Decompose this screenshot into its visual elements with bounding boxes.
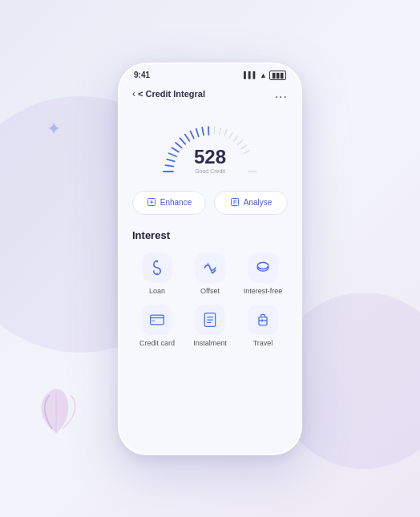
interest-free-label: Interest-free [244, 287, 283, 295]
leaf-decoration [32, 381, 80, 437]
svg-line-32 [202, 127, 204, 135]
svg-line-15 [224, 130, 227, 135]
svg-line-18 [238, 140, 243, 145]
interest-section: Interest Loan [119, 226, 301, 355]
page-title: < Credit Integral [138, 89, 205, 99]
travel-label: Travel [253, 339, 273, 347]
svg-line-24 [167, 159, 175, 161]
interest-free-icon-wrap [248, 252, 278, 283]
svg-line-14 [220, 127, 221, 134]
credit-card-label: Credit card [139, 339, 175, 347]
instalment-item[interactable]: Instalment [185, 305, 235, 347]
travel-item[interactable]: Travel [238, 305, 288, 347]
svg-line-28 [180, 138, 186, 143]
back-button[interactable]: ‹ < Credit Integral [132, 88, 205, 99]
gauge-container: 528 Good Credit [154, 114, 266, 178]
svg-line-31 [196, 128, 199, 136]
svg-text:528: 528 [194, 146, 226, 168]
svg-line-19 [241, 145, 246, 149]
analyse-button[interactable]: Analyse [214, 191, 288, 215]
enhance-button[interactable]: Enhance [132, 191, 206, 215]
svg-line-29 [185, 134, 190, 140]
header: ‹ < Credit Integral ... [119, 83, 301, 107]
offset-label: Offset [200, 287, 220, 295]
svg-line-25 [169, 153, 176, 156]
interest-free-item[interactable]: Interest-free [238, 252, 288, 295]
travel-icon-wrap [248, 305, 278, 335]
svg-rect-51 [151, 320, 155, 322]
svg-point-43 [207, 262, 209, 265]
svg-rect-56 [259, 317, 267, 325]
loan-label: Loan [149, 287, 165, 295]
credit-card-item[interactable]: Credit card [132, 305, 182, 347]
instalment-label: Instalment [193, 339, 227, 347]
loan-icon-wrap [142, 252, 172, 283]
loan-item[interactable]: Loan [132, 252, 182, 295]
enhance-label: Enhance [160, 198, 192, 207]
wifi-icon: ▲ [260, 71, 267, 79]
analyse-icon [230, 197, 240, 208]
svg-line-13 [214, 127, 215, 133]
instalment-icon-wrap [195, 305, 225, 335]
action-buttons: Enhance Analyse [119, 191, 301, 226]
svg-line-26 [172, 147, 179, 151]
status-time: 9:41 [134, 71, 150, 79]
credit-card-icon-wrap [142, 305, 172, 335]
signal-icon: ▌▌▌ [244, 71, 257, 79]
svg-line-30 [190, 131, 193, 138]
gauge-svg: 528 Good Credit [154, 114, 266, 178]
svg-line-16 [229, 132, 232, 138]
sparkle-decoration: ✦ [46, 119, 61, 139]
analyse-label: Analyse [244, 198, 273, 207]
status-bar: 9:41 ▌▌▌ ▲ ▮▮▮ [119, 64, 301, 83]
svg-line-23 [166, 165, 174, 166]
svg-line-17 [234, 135, 238, 140]
battery-icon: ▮▮▮ [269, 71, 286, 80]
svg-line-27 [176, 143, 182, 147]
more-button[interactable]: ... [275, 87, 288, 101]
phone-frame: 9:41 ▌▌▌ ▲ ▮▮▮ ‹ < Credit Integral ... [118, 63, 302, 455]
offset-item[interactable]: Offset [185, 252, 235, 295]
gauge-section: 528 Good Credit [119, 107, 301, 191]
svg-line-20 [244, 150, 249, 153]
interest-grid: Loan Offset [132, 252, 288, 347]
enhance-icon [147, 197, 156, 208]
interest-title: Interest [132, 229, 288, 241]
offset-icon-wrap [195, 252, 225, 283]
back-icon: ‹ [132, 88, 135, 99]
svg-text:Good Credit: Good Credit [195, 168, 225, 174]
status-icons: ▌▌▌ ▲ ▮▮▮ [244, 71, 286, 80]
